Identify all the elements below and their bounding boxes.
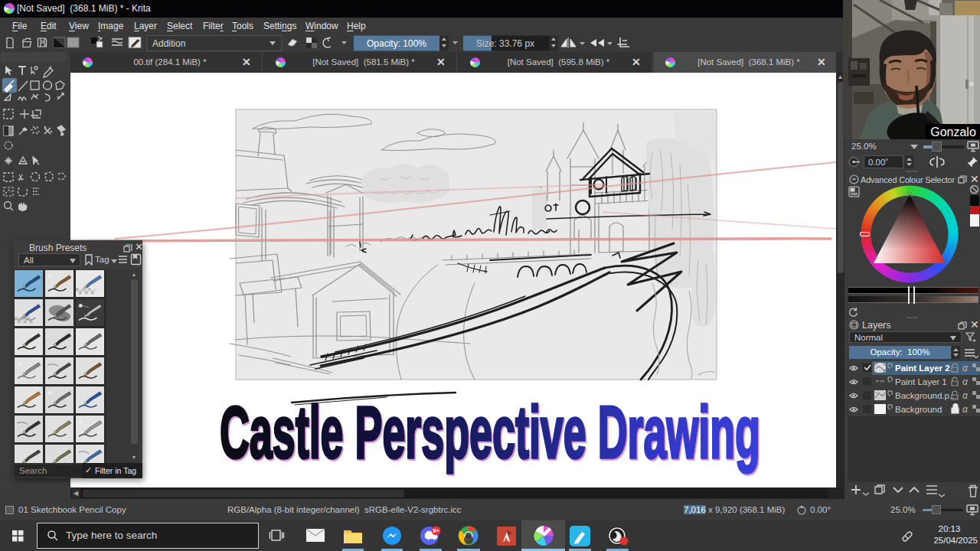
svg-text:α: α	[962, 404, 969, 415]
svg-text:Addition: Addition	[152, 38, 185, 49]
svg-text:9+: 9+	[433, 527, 439, 534]
svg-text:α: α	[962, 377, 969, 387]
svg-text:Paint Layer 1: Paint Layer 1	[895, 377, 947, 386]
svg-text:Paint Layer 2: Paint Layer 2	[895, 364, 950, 373]
svg-text:Background: Background	[895, 405, 942, 414]
svg-text:Size: 33.76 px: Size: 33.76 px	[476, 38, 534, 49]
svg-text:Gonzalo: Gonzalo	[930, 126, 976, 139]
svg-text:Opacity: 100%: Opacity: 100%	[367, 38, 426, 49]
svg-text:α: α	[962, 363, 969, 373]
svg-text:α: α	[962, 390, 969, 401]
svg-text:Background.p...: Background.p...	[895, 391, 957, 400]
svg-text:Castle Perspective Drawing: Castle Perspective Drawing	[220, 390, 760, 474]
